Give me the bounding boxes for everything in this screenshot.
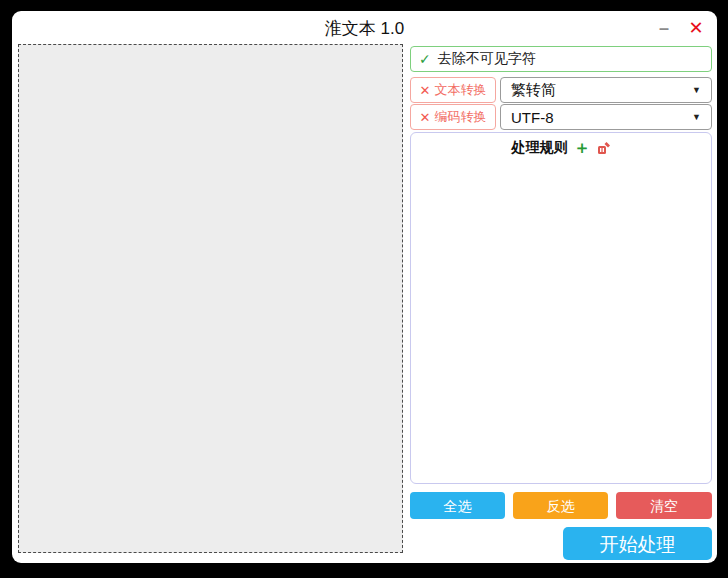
option-encoding-convert-toggle[interactable]: ✕ 编码转换 xyxy=(410,104,496,130)
clear-button[interactable]: 清空 xyxy=(616,492,712,519)
option-text-convert-toggle[interactable]: ✕ 文本转换 xyxy=(410,77,496,103)
cross-icon: ✕ xyxy=(420,110,431,125)
encoding-value: UTF-8 xyxy=(511,109,554,126)
cross-icon: ✕ xyxy=(420,83,431,98)
encoding-dropdown[interactable]: UTF-8 ▼ xyxy=(500,104,712,130)
option-encoding-convert-label: 编码转换 xyxy=(434,108,486,126)
invert-selection-button[interactable]: 反选 xyxy=(513,492,608,519)
clear-rules-brush-icon[interactable] xyxy=(597,141,611,155)
option-remove-invisible-label: 去除不可见字符 xyxy=(438,50,536,68)
rules-panel: 处理规则 ＋ xyxy=(410,132,712,484)
text-convert-dropdown[interactable]: 繁转简 ▼ xyxy=(500,77,712,103)
chevron-down-icon: ▼ xyxy=(692,112,701,122)
chevron-down-icon: ▼ xyxy=(692,85,701,95)
minimize-button[interactable]: – xyxy=(651,15,677,41)
app-window: 淮文本 1.0 – ✕ ✓ 去除不可见字符 ✕ 文本转换 繁转简 ▼ ✕ 编码转… xyxy=(12,11,717,563)
add-rule-icon[interactable]: ＋ xyxy=(574,141,591,155)
check-icon: ✓ xyxy=(419,51,431,67)
window-title: 淮文本 1.0 xyxy=(12,17,717,40)
close-button[interactable]: ✕ xyxy=(683,15,709,41)
start-processing-button[interactable]: 开始处理 xyxy=(563,527,712,560)
select-all-button[interactable]: 全选 xyxy=(410,492,505,519)
option-remove-invisible-chars[interactable]: ✓ 去除不可见字符 xyxy=(410,46,712,72)
rules-header: 处理规则 ＋ xyxy=(411,133,711,157)
option-text-convert-label: 文本转换 xyxy=(434,81,486,99)
title-bar: 淮文本 1.0 – ✕ xyxy=(12,11,717,43)
text-convert-value: 繁转简 xyxy=(511,81,556,100)
rules-title: 处理规则 xyxy=(512,139,568,157)
file-drop-zone[interactable] xyxy=(18,44,403,553)
